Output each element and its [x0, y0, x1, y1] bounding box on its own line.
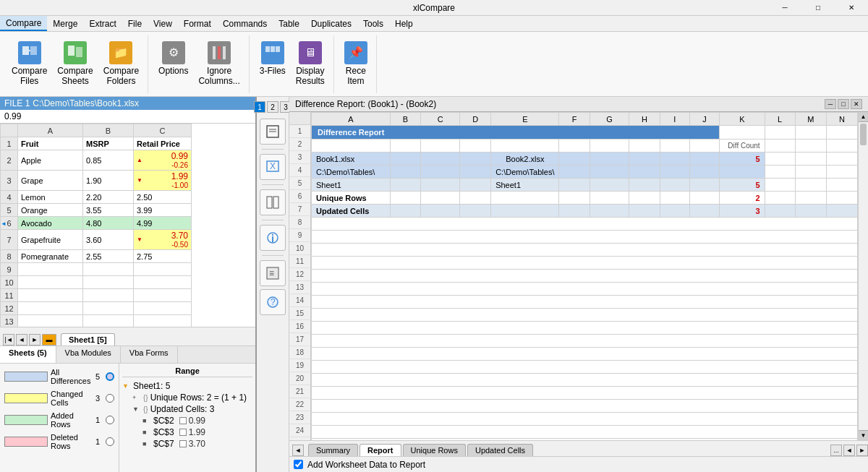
ignore-columns-button[interactable]: IgnoreColumns...: [194, 38, 244, 90]
tab-report[interactable]: Report: [359, 444, 401, 456]
menu-view[interactable]: View: [148, 16, 178, 31]
toolbar-btn-6[interactable]: ?: [260, 289, 286, 315]
tab-updated-cells[interactable]: Updated Cells: [467, 444, 533, 456]
menu-merge[interactable]: Merge: [47, 16, 83, 31]
cell-13a[interactable]: [18, 315, 83, 327]
tab-vba-modules[interactable]: Vba Modules: [56, 346, 121, 363]
add-worksheet-checkbox[interactable]: [294, 460, 303, 469]
cell-4a[interactable]: Lemon: [18, 191, 83, 204]
tree-item-c7[interactable]: ■ $C$7 3.70: [142, 438, 252, 450]
report-minimize-btn[interactable]: ─: [825, 99, 836, 109]
cell-7a[interactable]: Grapefruite: [18, 230, 83, 250]
report-close-btn[interactable]: ✕: [851, 99, 862, 109]
toolbar-btn-2[interactable]: X: [260, 154, 286, 180]
sheet-tab-1[interactable]: Sheet1 [5]: [61, 333, 115, 346]
tab-sheets[interactable]: Sheets (5): [0, 346, 56, 363]
cell-1a[interactable]: Fruit: [18, 137, 83, 150]
expand-updated-cells-icon[interactable]: ▼: [132, 406, 141, 413]
tab-summary[interactable]: Summary: [308, 444, 358, 456]
cell-2a[interactable]: Apple: [18, 150, 83, 171]
compare-sheets-button[interactable]: CompareSheets: [53, 38, 97, 90]
cell-10a[interactable]: [18, 276, 83, 289]
compare-folders-button[interactable]: 📁 CompareFolders: [99, 38, 143, 90]
cell-8b[interactable]: 2.55: [83, 250, 134, 263]
cell-6b[interactable]: 4.80: [83, 217, 134, 230]
expand-unique-rows-icon[interactable]: +: [132, 394, 141, 401]
close-button[interactable]: ✕: [835, 0, 868, 16]
cell-10b[interactable]: [83, 276, 134, 289]
scroll-track[interactable]: [859, 122, 868, 430]
scroll-down-btn[interactable]: ▼: [859, 430, 868, 440]
c3-checkbox[interactable]: [179, 429, 187, 436]
rep-tab-nav-dots[interactable]: ...: [830, 445, 842, 456]
expand-sheet1-icon[interactable]: ▼: [122, 382, 131, 390]
cell-13b[interactable]: [83, 315, 134, 327]
menu-extract[interactable]: Extract: [83, 16, 122, 31]
page-btn-2[interactable]: 2: [267, 101, 278, 113]
cell-1c[interactable]: Retail Price: [134, 137, 192, 150]
c2-checkbox[interactable]: [179, 417, 187, 424]
cell-7c[interactable]: ▼ 3.70 -0.50: [134, 230, 192, 250]
cell-3b[interactable]: 1.90: [83, 171, 134, 191]
cell-13c[interactable]: [134, 315, 192, 327]
toolbar-btn-3[interactable]: [260, 189, 286, 215]
tab-unique-rows[interactable]: Unique Rows: [403, 444, 466, 456]
tree-item-c2[interactable]: ■ $C$2 0.99: [142, 415, 252, 426]
menu-compare[interactable]: Compare: [0, 16, 47, 31]
cell-3a[interactable]: Grape: [18, 171, 83, 191]
right-scrollbar[interactable]: ▲ ▼: [858, 112, 868, 440]
menu-tools[interactable]: Tools: [357, 16, 389, 31]
display-results-button[interactable]: 🖥 DisplayResults: [292, 38, 329, 90]
compare-files-button[interactable]: CompareFiles: [7, 38, 51, 90]
options-button[interactable]: ⚙ Options: [154, 38, 192, 79]
tree-item-c3[interactable]: ■ $C$3 1.99: [142, 426, 252, 438]
cell-11a[interactable]: [18, 289, 83, 302]
all-radio[interactable]: [106, 372, 114, 381]
sheet-nav-first[interactable]: |◄: [3, 334, 14, 346]
maximize-button[interactable]: □: [801, 0, 835, 16]
report-grid[interactable]: A B C D E F G H I J K L M: [311, 112, 858, 440]
scroll-thumb[interactable]: [860, 124, 867, 145]
cell-2b[interactable]: 0.85: [83, 150, 134, 171]
three-files-button[interactable]: 3-Files: [255, 38, 290, 79]
cell-6c[interactable]: 4.99: [134, 217, 192, 230]
menu-commands[interactable]: Commands: [217, 16, 273, 31]
page-btn-1[interactable]: 1: [254, 101, 265, 113]
cell-12a[interactable]: [18, 302, 83, 315]
tree-item-updated-cells[interactable]: ▼ {} Updated Cells: 3: [132, 403, 252, 415]
minimize-button[interactable]: ─: [768, 0, 801, 16]
tree-item-unique-rows[interactable]: + {} Unique Rows: 2 = (1 + 1): [132, 392, 252, 403]
cell-12b[interactable]: [83, 302, 134, 315]
rep-tab-nav-right1[interactable]: ◄: [843, 445, 855, 456]
cell-11c[interactable]: [134, 289, 192, 302]
cell-12c[interactable]: [134, 302, 192, 315]
menu-help[interactable]: Help: [389, 16, 419, 31]
cell-3c[interactable]: ▼ 1.99 -1.00: [134, 171, 192, 191]
sheet-nav-prev[interactable]: ◄: [16, 334, 27, 346]
spreadsheet[interactable]: A B C 1 Fruit MSRP Retail Price: [0, 124, 255, 327]
sheet-nav-next[interactable]: ►: [29, 334, 41, 346]
sheet-nav-scroll[interactable]: ▬: [42, 334, 56, 346]
menu-format[interactable]: Format: [178, 16, 217, 31]
toolbar-btn-5[interactable]: ≡: [260, 260, 286, 286]
cell-5c[interactable]: 3.99: [134, 204, 192, 217]
cell-8a[interactable]: Pomegranate: [18, 250, 83, 263]
toolbar-btn-1[interactable]: [260, 119, 286, 145]
cell-4c[interactable]: 2.50: [134, 191, 192, 204]
tree-item-sheet1[interactable]: ▼ Sheet1: 5: [122, 380, 252, 392]
cell-8c[interactable]: 2.75: [134, 250, 192, 263]
deleted-radio[interactable]: [106, 437, 114, 446]
cell-11b[interactable]: [83, 289, 134, 302]
rep-tab-nav-right2[interactable]: ►: [856, 445, 868, 456]
cell-9a[interactable]: [18, 263, 83, 276]
toolbar-btn-4[interactable]: [260, 225, 286, 251]
cell-4b[interactable]: 2.20: [83, 191, 134, 204]
changed-radio[interactable]: [106, 394, 114, 403]
added-radio[interactable]: [106, 416, 114, 424]
rep-tab-nav-left[interactable]: ◄: [292, 445, 304, 456]
cell-10c[interactable]: [134, 276, 192, 289]
c7-checkbox[interactable]: [179, 440, 187, 447]
cell-6a[interactable]: Avocado: [18, 217, 83, 230]
scroll-up-btn[interactable]: ▲: [859, 112, 868, 122]
menu-table[interactable]: Table: [273, 16, 305, 31]
